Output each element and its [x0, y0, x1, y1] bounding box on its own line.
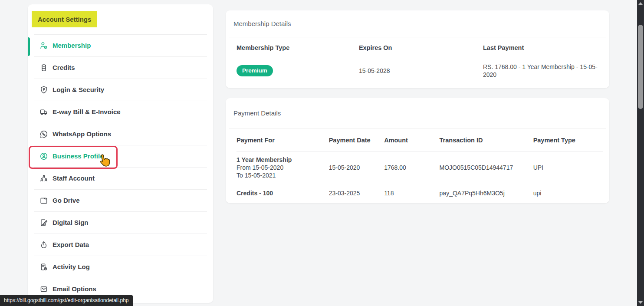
sidebar-item-label: Login & Security [53, 86, 104, 93]
truck-icon [39, 108, 48, 116]
sidebar-item-label: Email Options [53, 285, 96, 293]
scrollbar[interactable] [637, 0, 644, 306]
sidebar-item-go-drive[interactable]: Go Drive [28, 189, 213, 211]
payment-type-value: UPI [533, 164, 603, 171]
sidebar-item-label: Membership [53, 42, 91, 49]
payment-details-card: Payment Details Payment For Payment Date… [226, 98, 609, 203]
payment-type-value: upi [533, 190, 603, 197]
database-icon [39, 63, 48, 72]
column-header: Payment Date [329, 137, 384, 144]
amount-value: 1768.00 [384, 164, 439, 171]
expires-on-value: 15-05-2028 [359, 67, 483, 74]
column-header: Payment Type [533, 137, 603, 144]
user-circle-icon [39, 152, 48, 161]
sidebar-item-label: Go Drive [53, 197, 80, 204]
sidebar-item-label: E-way Bill & E-Invoice [53, 108, 121, 115]
sidebar-item-label: Staff Account [53, 174, 95, 182]
transaction-id-value: pay_QA7Pq5Hh6M3O5j [440, 190, 533, 197]
sidebar-item-login-security[interactable]: Login & Security [28, 79, 213, 101]
sidebar-item-digital-sign[interactable]: Digital Sign [28, 211, 213, 234]
membership-type-badge: Premium [237, 65, 273, 76]
sidebar-item-label: Activity Log [53, 263, 90, 270]
sidebar-header: Account Settings [28, 4, 213, 34]
payment-date-value: 23-03-2025 [329, 190, 384, 197]
table-row: Credits - 100 23-03-2025 118 pay_QA7Pq5H… [237, 183, 603, 203]
page-title-highlight: Account Settings [32, 11, 97, 27]
sidebar-item-membership[interactable]: Membership [28, 34, 213, 56]
sidebar-item-label: WhatsApp Options [53, 130, 111, 138]
sidebar-item-staff-account[interactable]: Staff Account [28, 167, 213, 189]
sidebar-item-export-data[interactable]: Export Data [28, 234, 213, 256]
status-bar-url: https://bill.gogstbill.com/gst/edit-orga… [0, 295, 133, 306]
scrollbar-thumb[interactable] [638, 25, 643, 109]
column-header: Expires On [359, 44, 483, 51]
sidebar-item-activity-log[interactable]: Activity Log [28, 256, 213, 278]
folder-icon [39, 196, 48, 205]
amount-value: 118 [384, 190, 439, 197]
column-header: Last Payment [483, 44, 603, 52]
table-row: 1 Year Membership From 15-05-2020 To 15-… [237, 152, 603, 183]
payment-for-from: From 15-05-2020 [237, 164, 325, 171]
page-title: Account Settings [38, 16, 91, 23]
scroll-down-arrow-icon[interactable] [638, 301, 643, 304]
sidebar-item-whatsapp-options[interactable]: WhatsApp Options [28, 123, 213, 145]
membership-card-title: Membership Details [226, 10, 609, 37]
export-circle-icon [39, 240, 48, 249]
document-clock-icon [39, 263, 48, 271]
scroll-up-arrow-icon[interactable] [638, 2, 643, 5]
payment-for-to: To 15-05-2021 [237, 171, 325, 179]
envelope-icon [39, 285, 48, 293]
sidebar-item-eway-bill[interactable]: E-way Bill & E-Invoice [28, 101, 213, 123]
column-header: Amount [384, 137, 439, 144]
membership-table-header: Membership Type Expires On Last Payment [237, 37, 603, 58]
payment-date-value: 15-05-2020 [329, 164, 384, 171]
account-settings-panel: Account Settings Membership Credits [28, 4, 213, 303]
membership-details-card: Membership Details Membership Type Expir… [226, 10, 609, 88]
user-gear-icon [39, 41, 48, 50]
payment-card-title: Payment Details [226, 98, 609, 128]
sidebar-item-label: Business Profile [53, 152, 104, 160]
sidebar-item-credits[interactable]: Credits [28, 56, 213, 79]
payment-table: Payment For Payment Date Amount Transact… [237, 128, 603, 203]
payment-for-title: Credits - 100 [237, 189, 329, 197]
column-header: Membership Type [237, 44, 359, 51]
payment-for-title: 1 Year Membership [237, 156, 325, 164]
sidebar-item-label: Credits [53, 64, 75, 71]
column-header: Payment For [237, 137, 329, 144]
transaction-id-value: MOJO0515C05D14944717 [440, 164, 533, 171]
whatsapp-icon [39, 130, 48, 138]
users-group-icon [39, 174, 48, 183]
payment-table-header: Payment For Payment Date Amount Transact… [237, 128, 603, 152]
document-pen-icon [39, 218, 48, 227]
column-header: Transaction ID [440, 137, 533, 144]
last-payment-value: RS. 1768.00 - 1 Year Membership - 15-05-… [483, 63, 603, 79]
table-row: Premium 15-05-2028 RS. 1768.00 - 1 Year … [237, 58, 603, 83]
sidebar-item-label: Digital Sign [53, 219, 89, 226]
sidebar-item-label: Export Data [53, 241, 89, 248]
sidebar-item-business-profile[interactable]: Business Profile [28, 145, 213, 167]
shield-key-icon [39, 86, 48, 94]
membership-table: Membership Type Expires On Last Payment … [237, 37, 603, 83]
